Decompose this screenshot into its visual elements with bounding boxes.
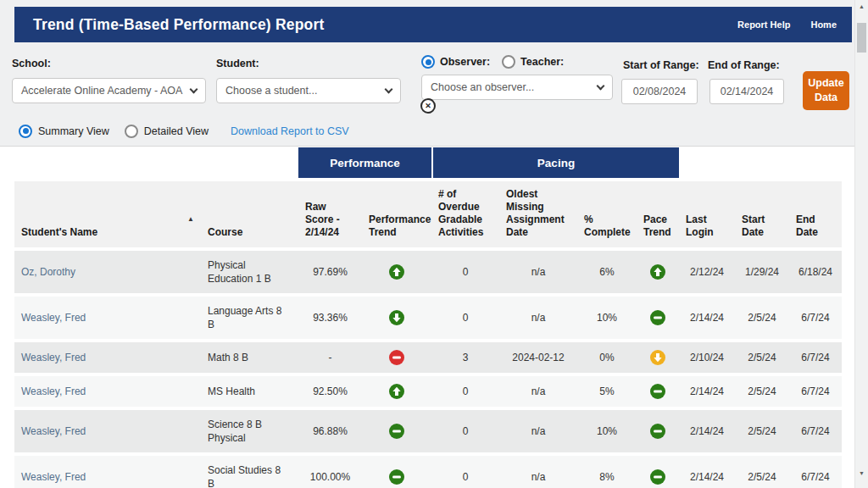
student-name-link[interactable]: Weasley, Fred: [14, 410, 201, 452]
clear-observer-button[interactable]: ✕: [420, 98, 436, 114]
filter-bar: School: Accelerate Online Academy - AOA …: [0, 51, 854, 117]
column-header-raw-score[interactable]: Raw Score - 2/14/24: [298, 181, 362, 247]
detailed-view-label: Detailed View: [144, 125, 209, 137]
start-date-input[interactable]: [621, 79, 698, 104]
student-name-link[interactable]: Weasley, Fred: [14, 456, 201, 488]
school-select-value: Accelerate Online Academy - AOA: [21, 85, 182, 97]
pace-trend-cell: [637, 410, 679, 452]
update-data-button[interactable]: Update Data: [803, 71, 849, 110]
summary-view-radio[interactable]: [19, 125, 32, 138]
column-header-pace-trend[interactable]: Pace Trend: [637, 181, 679, 247]
detailed-view-radio[interactable]: [125, 125, 138, 138]
oldest-missing-cell: n/a: [499, 456, 577, 488]
column-header-student-name[interactable]: Student's Name ▲: [14, 181, 201, 247]
course-cell: MS Health: [201, 376, 298, 407]
header-links: Report Help Home: [737, 19, 837, 30]
performance-trend-cell: [362, 251, 431, 293]
course-cell: Language Arts 8 B: [201, 297, 298, 339]
student-select[interactable]: Choose a student...: [216, 78, 401, 103]
scroll-down-icon[interactable]: ▼: [855, 470, 868, 476]
column-header-performance-trend[interactable]: Performance Trend: [362, 181, 431, 247]
observer-select-value: Choose an observer...: [431, 81, 534, 93]
end-date-cell: 6/7/24: [789, 456, 842, 488]
teacher-radio-label: Teacher:: [520, 56, 564, 68]
percent-complete-cell: 10%: [577, 297, 637, 339]
column-header-end-date[interactable]: End Date: [789, 181, 842, 247]
last-login-cell: 2/14/24: [679, 410, 735, 452]
role-radio-group: Observer: Teacher:: [421, 55, 564, 69]
table-row: Weasley, FredScience 8 B Physical96.88%0…: [14, 410, 842, 452]
observer-radio[interactable]: [421, 55, 435, 69]
scroll-up-icon[interactable]: ▲: [855, 3, 868, 9]
teacher-radio[interactable]: [502, 55, 515, 69]
pace-trend-cell: [637, 456, 679, 488]
end-date-cell: 6/7/24: [789, 410, 842, 452]
overdue-activities-cell: 0: [431, 297, 499, 339]
trend-flat-green-icon: [650, 384, 665, 399]
student-name-link[interactable]: Oz, Dorothy: [14, 251, 201, 293]
end-of-range-label: End of Range:: [708, 59, 780, 71]
view-toggle-bar: Summary View Detailed View Download Repo…: [0, 117, 854, 145]
trend-flat-green-icon: [650, 424, 665, 439]
home-link[interactable]: Home: [810, 19, 837, 30]
report-table: Student's Name ▲ Course Raw Score - 2/14…: [14, 178, 842, 488]
raw-score-cell: 92.50%: [298, 376, 362, 407]
performance-trend-cell: [362, 410, 431, 452]
course-cell: Science 8 B Physical: [201, 410, 298, 452]
download-csv-link[interactable]: Download Report to CSV: [231, 125, 349, 137]
table-row: Weasley, FredLanguage Arts 8 B93.36%0n/a…: [14, 297, 842, 339]
course-cell: Physical Education 1 B: [201, 251, 298, 293]
last-login-cell: 2/14/24: [679, 297, 735, 339]
observer-select[interactable]: Choose an observer...: [421, 75, 613, 100]
chevron-down-icon: [190, 85, 198, 93]
last-login-cell: 2/14/24: [679, 456, 735, 488]
trend-flat-green-icon: [389, 424, 404, 439]
sort-ascending-icon: ▲: [187, 213, 194, 225]
start-date-cell: 1/29/24: [735, 251, 789, 293]
student-name-link[interactable]: Weasley, Fred: [14, 342, 201, 373]
vertical-scrollbar[interactable]: ▲ ▼: [854, 0, 868, 488]
student-name-link[interactable]: Weasley, Fred: [14, 376, 201, 407]
overdue-activities-cell: 0: [431, 251, 499, 293]
table-row: Weasley, FredMS Health92.50%0n/a5%2/14/2…: [14, 376, 842, 407]
overdue-activities-cell: 0: [431, 376, 499, 407]
school-select[interactable]: Accelerate Online Academy - AOA: [12, 78, 206, 103]
start-date-cell: 2/5/24: [735, 297, 789, 339]
trend-up-green-icon: [389, 384, 404, 399]
column-header-oldest-missing[interactable]: Oldest Missing Assignment Date: [499, 181, 577, 247]
pace-trend-cell: [637, 251, 679, 293]
start-date-cell: 2/5/24: [735, 456, 789, 488]
page-title: Trend (Time-Based Performance) Report: [33, 16, 737, 34]
overdue-activities-cell: 0: [431, 456, 499, 488]
table-row: Weasley, FredMath 8 B-32024-02-120%2/10/…: [14, 342, 842, 373]
trend-up-green-icon: [389, 264, 404, 280]
report-help-link[interactable]: Report Help: [737, 19, 790, 30]
start-of-range-label: Start of Range:: [623, 59, 699, 71]
raw-score-cell: 97.69%: [298, 251, 362, 293]
group-header-pacing: Pacing: [433, 147, 679, 178]
chevron-down-icon: [597, 81, 605, 90]
performance-trend-cell: [362, 297, 431, 339]
trend-down-green-icon: [389, 310, 404, 325]
start-date-cell: 2/5/24: [735, 410, 789, 452]
performance-trend-cell: [362, 342, 431, 373]
column-header-overdue-activities[interactable]: # of Overdue Gradable Activities: [431, 181, 499, 247]
column-header-start-date[interactable]: Start Date: [735, 181, 789, 247]
student-select-value: Choose a student...: [225, 85, 317, 97]
column-header-row: Student's Name ▲ Course Raw Score - 2/14…: [14, 181, 842, 247]
course-cell: Social Studies 8 B: [201, 456, 298, 488]
oldest-missing-cell: n/a: [499, 251, 577, 293]
performance-trend-cell: [362, 376, 431, 407]
trend-down-yellow-icon: [650, 350, 665, 365]
scrollbar-thumb[interactable]: [857, 23, 866, 53]
column-header-percent-complete[interactable]: % Complete: [577, 181, 637, 247]
start-date-cell: 2/5/24: [735, 376, 789, 407]
end-date-input[interactable]: [709, 79, 784, 104]
last-login-cell: 2/12/24: [679, 251, 735, 293]
trend-flat-red-icon: [389, 350, 404, 365]
column-header-course[interactable]: Course: [201, 181, 298, 247]
percent-complete-cell: 5%: [577, 376, 637, 407]
overdue-activities-cell: 0: [431, 410, 499, 452]
column-header-last-login[interactable]: Last Login: [679, 181, 735, 247]
student-name-link[interactable]: Weasley, Fred: [14, 297, 201, 339]
